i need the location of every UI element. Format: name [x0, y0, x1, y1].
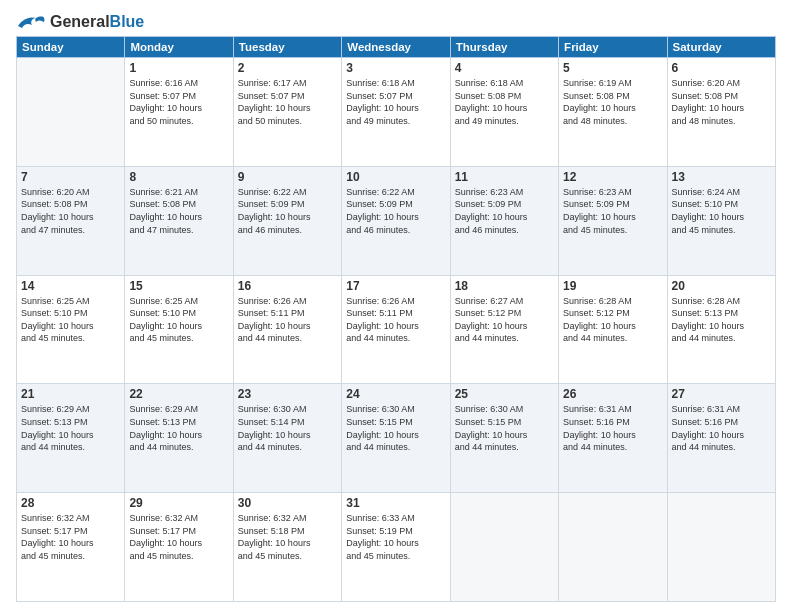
day-info: Sunrise: 6:29 AMSunset: 5:13 PMDaylight:… [129, 403, 228, 453]
week-row-3: 14Sunrise: 6:25 AMSunset: 5:10 PMDayligh… [17, 275, 776, 384]
day-cell: 5Sunrise: 6:19 AMSunset: 5:08 PMDaylight… [559, 58, 667, 167]
day-info: Sunrise: 6:27 AMSunset: 5:12 PMDaylight:… [455, 295, 554, 345]
day-number: 8 [129, 170, 228, 184]
day-cell: 6Sunrise: 6:20 AMSunset: 5:08 PMDaylight… [667, 58, 775, 167]
day-number: 3 [346, 61, 445, 75]
day-info: Sunrise: 6:23 AMSunset: 5:09 PMDaylight:… [455, 186, 554, 236]
day-cell: 25Sunrise: 6:30 AMSunset: 5:15 PMDayligh… [450, 384, 558, 493]
day-info: Sunrise: 6:26 AMSunset: 5:11 PMDaylight:… [238, 295, 337, 345]
day-info: Sunrise: 6:30 AMSunset: 5:15 PMDaylight:… [346, 403, 445, 453]
day-info: Sunrise: 6:31 AMSunset: 5:16 PMDaylight:… [672, 403, 771, 453]
day-cell: 23Sunrise: 6:30 AMSunset: 5:14 PMDayligh… [233, 384, 341, 493]
week-row-4: 21Sunrise: 6:29 AMSunset: 5:13 PMDayligh… [17, 384, 776, 493]
day-cell: 15Sunrise: 6:25 AMSunset: 5:10 PMDayligh… [125, 275, 233, 384]
day-number: 20 [672, 279, 771, 293]
day-info: Sunrise: 6:17 AMSunset: 5:07 PMDaylight:… [238, 77, 337, 127]
day-number: 26 [563, 387, 662, 401]
day-cell: 12Sunrise: 6:23 AMSunset: 5:09 PMDayligh… [559, 166, 667, 275]
day-info: Sunrise: 6:31 AMSunset: 5:16 PMDaylight:… [563, 403, 662, 453]
day-cell: 20Sunrise: 6:28 AMSunset: 5:13 PMDayligh… [667, 275, 775, 384]
day-cell: 16Sunrise: 6:26 AMSunset: 5:11 PMDayligh… [233, 275, 341, 384]
weekday-tuesday: Tuesday [233, 37, 341, 58]
day-info: Sunrise: 6:18 AMSunset: 5:08 PMDaylight:… [455, 77, 554, 127]
day-number: 21 [21, 387, 120, 401]
day-info: Sunrise: 6:33 AMSunset: 5:19 PMDaylight:… [346, 512, 445, 562]
day-cell: 30Sunrise: 6:32 AMSunset: 5:18 PMDayligh… [233, 493, 341, 602]
weekday-saturday: Saturday [667, 37, 775, 58]
day-cell: 3Sunrise: 6:18 AMSunset: 5:07 PMDaylight… [342, 58, 450, 167]
day-number: 14 [21, 279, 120, 293]
day-number: 12 [563, 170, 662, 184]
day-cell: 13Sunrise: 6:24 AMSunset: 5:10 PMDayligh… [667, 166, 775, 275]
weekday-sunday: Sunday [17, 37, 125, 58]
logo-general: General [50, 13, 110, 30]
day-info: Sunrise: 6:18 AMSunset: 5:07 PMDaylight:… [346, 77, 445, 127]
day-number: 7 [21, 170, 120, 184]
day-info: Sunrise: 6:28 AMSunset: 5:12 PMDaylight:… [563, 295, 662, 345]
day-info: Sunrise: 6:22 AMSunset: 5:09 PMDaylight:… [238, 186, 337, 236]
weekday-wednesday: Wednesday [342, 37, 450, 58]
day-cell: 26Sunrise: 6:31 AMSunset: 5:16 PMDayligh… [559, 384, 667, 493]
day-cell [450, 493, 558, 602]
day-cell: 18Sunrise: 6:27 AMSunset: 5:12 PMDayligh… [450, 275, 558, 384]
day-number: 5 [563, 61, 662, 75]
day-number: 23 [238, 387, 337, 401]
day-cell: 14Sunrise: 6:25 AMSunset: 5:10 PMDayligh… [17, 275, 125, 384]
day-number: 18 [455, 279, 554, 293]
day-number: 17 [346, 279, 445, 293]
logo-icon [16, 12, 46, 32]
day-number: 10 [346, 170, 445, 184]
day-info: Sunrise: 6:26 AMSunset: 5:11 PMDaylight:… [346, 295, 445, 345]
day-info: Sunrise: 6:30 AMSunset: 5:14 PMDaylight:… [238, 403, 337, 453]
weekday-thursday: Thursday [450, 37, 558, 58]
day-cell [667, 493, 775, 602]
day-number: 30 [238, 496, 337, 510]
header: GeneralBlue [16, 12, 776, 32]
day-cell: 29Sunrise: 6:32 AMSunset: 5:17 PMDayligh… [125, 493, 233, 602]
day-info: Sunrise: 6:32 AMSunset: 5:17 PMDaylight:… [129, 512, 228, 562]
day-cell: 11Sunrise: 6:23 AMSunset: 5:09 PMDayligh… [450, 166, 558, 275]
day-number: 24 [346, 387, 445, 401]
day-info: Sunrise: 6:29 AMSunset: 5:13 PMDaylight:… [21, 403, 120, 453]
day-info: Sunrise: 6:20 AMSunset: 5:08 PMDaylight:… [672, 77, 771, 127]
day-number: 31 [346, 496, 445, 510]
day-number: 22 [129, 387, 228, 401]
day-info: Sunrise: 6:20 AMSunset: 5:08 PMDaylight:… [21, 186, 120, 236]
day-number: 28 [21, 496, 120, 510]
day-cell: 28Sunrise: 6:32 AMSunset: 5:17 PMDayligh… [17, 493, 125, 602]
day-cell: 24Sunrise: 6:30 AMSunset: 5:15 PMDayligh… [342, 384, 450, 493]
day-cell: 10Sunrise: 6:22 AMSunset: 5:09 PMDayligh… [342, 166, 450, 275]
day-info: Sunrise: 6:19 AMSunset: 5:08 PMDaylight:… [563, 77, 662, 127]
day-cell [559, 493, 667, 602]
day-cell: 22Sunrise: 6:29 AMSunset: 5:13 PMDayligh… [125, 384, 233, 493]
day-cell: 8Sunrise: 6:21 AMSunset: 5:08 PMDaylight… [125, 166, 233, 275]
day-cell: 21Sunrise: 6:29 AMSunset: 5:13 PMDayligh… [17, 384, 125, 493]
day-number: 6 [672, 61, 771, 75]
day-number: 15 [129, 279, 228, 293]
day-cell: 1Sunrise: 6:16 AMSunset: 5:07 PMDaylight… [125, 58, 233, 167]
day-cell: 27Sunrise: 6:31 AMSunset: 5:16 PMDayligh… [667, 384, 775, 493]
day-number: 4 [455, 61, 554, 75]
day-info: Sunrise: 6:25 AMSunset: 5:10 PMDaylight:… [21, 295, 120, 345]
day-cell: 17Sunrise: 6:26 AMSunset: 5:11 PMDayligh… [342, 275, 450, 384]
weekday-header-row: SundayMondayTuesdayWednesdayThursdayFrid… [17, 37, 776, 58]
day-number: 13 [672, 170, 771, 184]
logo: GeneralBlue [16, 12, 144, 32]
day-number: 2 [238, 61, 337, 75]
week-row-2: 7Sunrise: 6:20 AMSunset: 5:08 PMDaylight… [17, 166, 776, 275]
page: GeneralBlue SundayMondayTuesdayWednesday… [0, 0, 792, 612]
day-cell: 2Sunrise: 6:17 AMSunset: 5:07 PMDaylight… [233, 58, 341, 167]
day-info: Sunrise: 6:21 AMSunset: 5:08 PMDaylight:… [129, 186, 228, 236]
day-info: Sunrise: 6:32 AMSunset: 5:18 PMDaylight:… [238, 512, 337, 562]
day-info: Sunrise: 6:25 AMSunset: 5:10 PMDaylight:… [129, 295, 228, 345]
day-number: 11 [455, 170, 554, 184]
day-number: 9 [238, 170, 337, 184]
day-number: 27 [672, 387, 771, 401]
week-row-5: 28Sunrise: 6:32 AMSunset: 5:17 PMDayligh… [17, 493, 776, 602]
day-cell: 19Sunrise: 6:28 AMSunset: 5:12 PMDayligh… [559, 275, 667, 384]
day-info: Sunrise: 6:32 AMSunset: 5:17 PMDaylight:… [21, 512, 120, 562]
day-number: 25 [455, 387, 554, 401]
day-number: 16 [238, 279, 337, 293]
logo-blue: Blue [110, 13, 145, 30]
day-cell: 7Sunrise: 6:20 AMSunset: 5:08 PMDaylight… [17, 166, 125, 275]
